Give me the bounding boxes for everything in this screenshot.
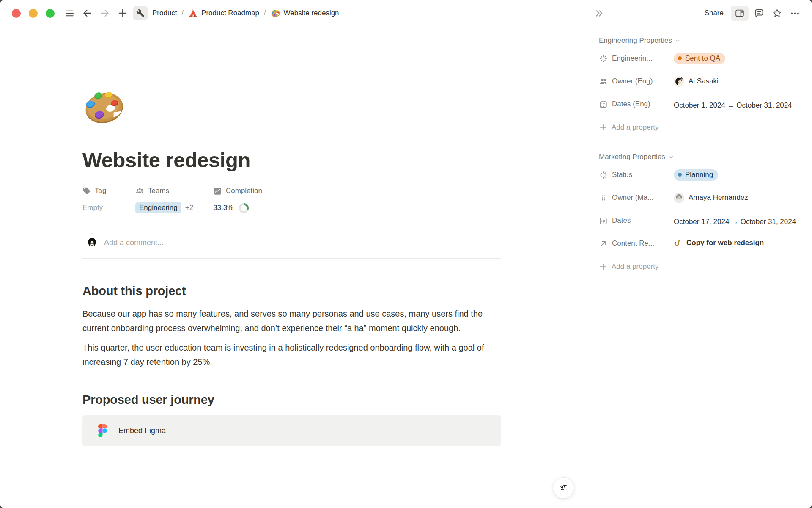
workspace-icon-box[interactable] [133, 6, 148, 20]
comments-button[interactable] [752, 6, 766, 20]
panel-body: Engineering Properties Engineerin... Sen… [584, 26, 812, 273]
property-completion[interactable]: Completion [213, 187, 262, 196]
journey-heading[interactable]: Proposed user journey [82, 393, 501, 407]
dates-value[interactable]: October 17, 2024 → October 31, 2024 [674, 214, 797, 228]
teams-engineering-tag[interactable]: Engineering [135, 202, 181, 213]
minimize-window-button[interactable] [29, 9, 38, 18]
status-value[interactable]: Planning [674, 168, 797, 181]
page-title[interactable]: Website redesign [82, 148, 501, 172]
back-button[interactable] [81, 7, 93, 19]
tent-icon [188, 8, 198, 18]
notion-ai-face-button[interactable] [553, 477, 574, 499]
dates-eng-value[interactable]: October 1, 2024 → October 31, 2024 [674, 98, 797, 111]
content-relation-value[interactable]: Copy for web redesign [674, 237, 797, 250]
calendar-icon [599, 216, 608, 225]
collapse-panel-button[interactable] [593, 7, 605, 19]
nav-controls [63, 7, 129, 19]
breadcrumb-item-website-redesign[interactable]: Website redesign [270, 8, 340, 18]
status-burst-icon [599, 171, 608, 179]
about-paragraph-1[interactable]: Because our app has so many features, an… [82, 306, 501, 335]
breadcrumb-separator: / [182, 9, 184, 17]
completion-percent-text: 33.3% [213, 204, 233, 212]
engineering-status-label[interactable]: Engineerin... [599, 52, 674, 65]
content-relation-label[interactable]: Content Re... [599, 237, 674, 250]
chevrons-right-icon [594, 8, 604, 18]
add-property-marketing[interactable]: Add a property [599, 260, 797, 273]
owner-eng-label[interactable]: Owner (Eng) [599, 75, 674, 88]
page-properties-values: Empty Engineering+2 33.3% [82, 199, 501, 217]
arrow-left-icon [82, 8, 93, 19]
new-page-button[interactable] [116, 7, 129, 19]
property-row-dates: Dates October 17, 2024 → October 31, 202… [599, 214, 797, 233]
comment-bubble-icon [754, 8, 764, 18]
completion-value[interactable]: 33.3% [213, 203, 249, 213]
engineering-rows: Engineerin... Sent to QA Owner (Eng) [599, 52, 797, 116]
add-comment-placeholder: Add a comment... [104, 238, 164, 247]
property-row-content-relation: Content Re... Copy for web redesign [599, 237, 797, 256]
breadcrumb-item-product-roadmap[interactable]: Product Roadmap [187, 8, 260, 18]
right-panel: Share Engineering Properties [584, 0, 812, 508]
breadcrumb: Product / Product Roadmap / Website rede… [151, 8, 340, 18]
property-tag[interactable]: Tag [82, 187, 135, 195]
hook-icon [674, 239, 683, 248]
plus-icon [117, 8, 128, 19]
embed-figma-block[interactable]: Embed Figma [82, 415, 501, 446]
comment-row[interactable]: Add a comment... [82, 227, 501, 258]
marketing-rows: Status Planning Owner (Ma... [599, 168, 797, 256]
breadcrumb-item-product[interactable]: Product [151, 9, 178, 17]
owner-marketing-label[interactable]: Owner (Ma... [599, 191, 674, 204]
engineering-status-value[interactable]: Sent to QA [674, 52, 797, 65]
add-property-engineering[interactable]: Add a property [599, 121, 797, 134]
share-button[interactable]: Share [705, 9, 724, 17]
chevron-down-icon [675, 38, 680, 44]
hamburger-icon [64, 8, 75, 19]
page-scroll-area[interactable]: Website redesign Tag Teams [0, 26, 584, 508]
teams-label: Teams [148, 187, 169, 195]
engineering-properties-section-header[interactable]: Engineering Properties [599, 36, 797, 45]
people-icon [599, 77, 608, 86]
teams-value[interactable]: Engineering+2 [135, 202, 213, 213]
amaya-hernandez-avatar [674, 193, 684, 203]
app-window: Product / Product Roadmap / Website rede… [0, 0, 812, 508]
toggle-side-panel-button[interactable] [731, 6, 749, 21]
zoom-window-button[interactable] [46, 9, 55, 18]
breadcrumb-current-label: Website redesign [284, 9, 339, 17]
planning-pill[interactable]: Planning [674, 169, 718, 181]
owner-marketing-value[interactable]: Amaya Hernandez [674, 191, 797, 204]
owner-eng-value[interactable]: Ai Sasaki [674, 75, 797, 88]
completion-label: Completion [226, 187, 262, 195]
people-icon [135, 187, 144, 196]
main-area: Product / Product Roadmap / Website rede… [0, 0, 584, 508]
property-teams[interactable]: Teams [135, 187, 213, 196]
sidebar-menu-button[interactable] [63, 7, 76, 19]
arrow-up-right-icon [599, 239, 608, 248]
about-heading[interactable]: About this project [82, 284, 501, 298]
marketing-properties-section-header[interactable]: Marketing Properties [599, 153, 797, 161]
more-options-button[interactable] [787, 6, 802, 20]
tag-value-empty[interactable]: Empty [82, 204, 135, 212]
about-paragraph-2[interactable]: This quarter, the user education team is… [82, 340, 501, 369]
status-label[interactable]: Status [599, 168, 674, 181]
ellipsis-icon [790, 8, 800, 19]
current-user-avatar [86, 237, 98, 248]
forward-button[interactable] [99, 7, 111, 19]
drag-dots-icon [599, 193, 608, 202]
close-window-button[interactable] [12, 9, 21, 18]
marketing-properties-title: Marketing Properties [599, 153, 665, 161]
owner-marketing-name: Amaya Hernandez [689, 193, 748, 202]
teams-extra-count: +2 [185, 204, 193, 212]
calendar-icon [599, 100, 608, 109]
copy-for-web-redesign-link[interactable]: Copy for web redesign [686, 239, 764, 248]
sent-to-qa-pill[interactable]: Sent to QA [674, 53, 725, 64]
property-row-dates-eng: Dates (Eng) October 1, 2024 → October 31… [599, 98, 797, 116]
chevron-down-icon [668, 155, 674, 160]
panel-topbar: Share [584, 0, 812, 26]
page-palette-icon[interactable] [82, 86, 126, 129]
dates-label[interactable]: Dates [599, 214, 674, 227]
arrow-right-icon [99, 8, 110, 19]
quirky-face-icon [558, 482, 569, 494]
status-dot [678, 56, 682, 60]
favorite-button[interactable] [770, 6, 784, 20]
owner-eng-name: Ai Sasaki [689, 77, 719, 86]
dates-eng-label[interactable]: Dates (Eng) [599, 98, 674, 110]
